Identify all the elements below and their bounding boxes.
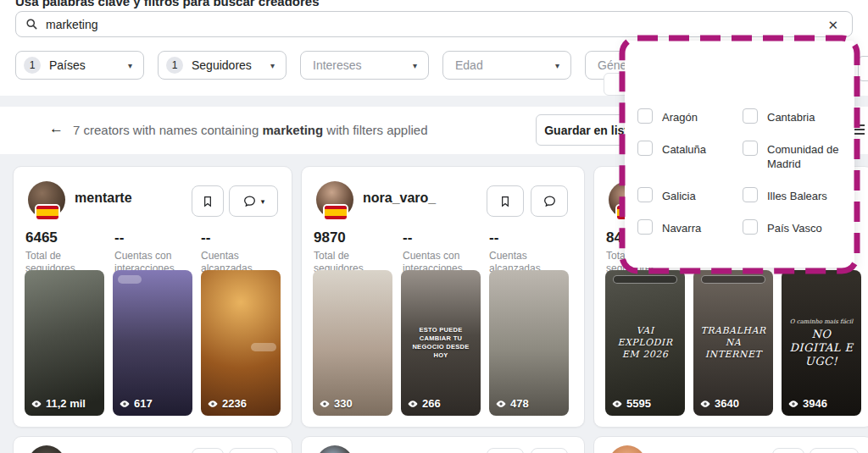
- eye-icon: [699, 398, 711, 410]
- overlay-badge: [251, 343, 276, 351]
- region-label: Cantabria: [767, 108, 815, 124]
- message-button[interactable]: [531, 448, 568, 453]
- video-thumbnail[interactable]: ESTO PUEDE CAMBIAR TU NEGOCIO DESDE HOY …: [401, 270, 481, 416]
- message-button[interactable]: [229, 448, 278, 453]
- region-option-pais-vasco[interactable]: País Vasco: [743, 219, 843, 235]
- video-thumbnail[interactable]: VAI EXPLODIR EM 2026 5595: [605, 270, 685, 416]
- clear-search-icon[interactable]: ✕: [824, 16, 842, 35]
- eye-icon: [611, 398, 623, 410]
- chevron-down-icon: ▾: [270, 61, 275, 70]
- region-option-cataluna[interactable]: Cataluña: [637, 141, 741, 171]
- video-thumbnail[interactable]: 330: [313, 270, 392, 416]
- video-thumbnail[interactable]: 478: [489, 270, 569, 416]
- message-button[interactable]: ▾: [229, 185, 278, 217]
- stat-followers: 9870 Total de seguidores: [314, 229, 398, 275]
- eye-icon: [207, 398, 219, 410]
- region-label: Comunidad de Madrid: [767, 141, 843, 171]
- filter-paises[interactable]: 1 Países ▾: [15, 51, 144, 80]
- stat-interactions: -- Cuentas con interacciones: [403, 229, 487, 275]
- checkbox[interactable]: [743, 187, 758, 202]
- checkbox[interactable]: [743, 108, 758, 124]
- stat-reached: -- Cuentas alcanzadas: [201, 229, 286, 275]
- search-icon: [25, 18, 38, 30]
- region-options-grid: Aragón Cantabria Cataluña Comunidad de M…: [637, 108, 843, 235]
- video-thumbnail[interactable]: O caminho mais fácil NO DIGITAL E UGC! 3…: [782, 270, 861, 416]
- stat-value: 6465: [25, 229, 110, 246]
- creator-name: mentarte: [75, 191, 132, 206]
- region-dropdown-panel: Aragón Cantabria Cataluña Comunidad de M…: [625, 41, 854, 268]
- view-count: 266: [422, 397, 441, 410]
- search-value: marketing: [46, 18, 97, 31]
- view-count: 617: [134, 397, 153, 410]
- results-keyword: marketing: [262, 123, 323, 137]
- right-edge-control[interactable]: [858, 56, 868, 81]
- region-option-navarra[interactable]: Navarra: [637, 219, 741, 235]
- bookmark-icon: [498, 195, 512, 208]
- filter-label: Países: [49, 58, 86, 72]
- filter-count-badge: 1: [24, 57, 41, 74]
- chevron-down-icon: ▾: [128, 61, 132, 70]
- eye-icon: [407, 398, 419, 410]
- message-button[interactable]: [810, 448, 859, 453]
- checkbox[interactable]: [743, 141, 758, 156]
- video-thumbnail[interactable]: 2236: [201, 270, 281, 416]
- checkbox[interactable]: [743, 219, 758, 235]
- chevron-down-icon: ▾: [555, 61, 559, 70]
- region-label: Aragón: [662, 108, 698, 124]
- eye-icon: [787, 398, 799, 410]
- results-summary: 7 creators with names containing marketi…: [73, 123, 428, 137]
- avatar: [609, 445, 646, 453]
- back-arrow-icon[interactable]: ←: [49, 120, 64, 137]
- list-view-icon[interactable]: [853, 124, 865, 137]
- bookmark-button[interactable]: [192, 448, 224, 453]
- checkbox[interactable]: [637, 219, 653, 235]
- video-thumbnail[interactable]: 11,2 mil: [25, 270, 104, 416]
- eye-icon: [31, 398, 42, 410]
- view-count: 2236: [222, 397, 247, 410]
- region-option-cantabria[interactable]: Cantabria: [743, 108, 843, 124]
- creator-card-partial: [301, 436, 585, 453]
- checkbox[interactable]: [637, 187, 653, 202]
- speech-bubble-icon: [542, 194, 557, 208]
- filter-edad[interactable]: Edad ▾: [442, 51, 571, 80]
- stat-value: --: [403, 229, 487, 246]
- view-count: 11,2 mil: [46, 397, 86, 410]
- filter-label: Edad: [455, 58, 483, 72]
- results-summary-prefix: 7 creators with names containing: [73, 123, 262, 137]
- creator-card: mentarte ▾ 6465 Total de seguidores -- C…: [13, 166, 292, 428]
- region-option-galicia[interactable]: Galicia: [637, 187, 741, 203]
- eye-icon: [319, 398, 331, 410]
- stat-value: 9870: [314, 229, 398, 246]
- video-thumbnail[interactable]: 617: [113, 270, 192, 416]
- region-option-comunidad-de-madrid[interactable]: Comunidad de Madrid: [743, 141, 843, 171]
- video-thumbnail[interactable]: TRABALHAR NA INTERNET 3640: [693, 270, 773, 416]
- thumbnail-caption: ESTO PUEDE CAMBIAR TU NEGOCIO DESDE HOY: [408, 326, 474, 360]
- bookmark-button[interactable]: [487, 185, 524, 217]
- search-input[interactable]: marketing ✕: [15, 11, 853, 37]
- avatar: [28, 445, 65, 453]
- message-button[interactable]: [531, 185, 568, 217]
- region-label: Cataluña: [662, 141, 706, 157]
- filter-label: Seguidores: [192, 58, 252, 72]
- filter-intereses[interactable]: Intereses ▾: [300, 51, 429, 80]
- creator-card: nora_varo_ 9870 Total de seguidores -- C…: [301, 166, 585, 428]
- results-summary-suffix: with filters applied: [323, 123, 427, 137]
- eye-icon: [495, 398, 507, 410]
- stat-value: --: [489, 229, 574, 246]
- chevron-down-icon: ▾: [261, 197, 265, 206]
- bookmark-button[interactable]: [772, 448, 804, 453]
- bookmark-button[interactable]: [487, 448, 524, 453]
- creator-card-partial: [13, 436, 292, 453]
- spain-flag-icon: [36, 206, 58, 219]
- region-option-illes-balears[interactable]: Illes Balears: [743, 187, 843, 203]
- filter-seguidores[interactable]: 1 Seguidores ▾: [158, 51, 287, 80]
- thumbnail-caption: TRABALHAR NA INTERNET: [700, 325, 766, 361]
- region-label: Navarra: [662, 219, 701, 235]
- speech-bubble-icon: [242, 194, 257, 208]
- creator-card-partial: [593, 436, 868, 453]
- checkbox[interactable]: [637, 108, 653, 124]
- checkbox[interactable]: [637, 141, 653, 156]
- bookmark-button[interactable]: [192, 185, 224, 217]
- eye-icon: [119, 398, 131, 410]
- region-option-aragon[interactable]: Aragón: [637, 108, 741, 124]
